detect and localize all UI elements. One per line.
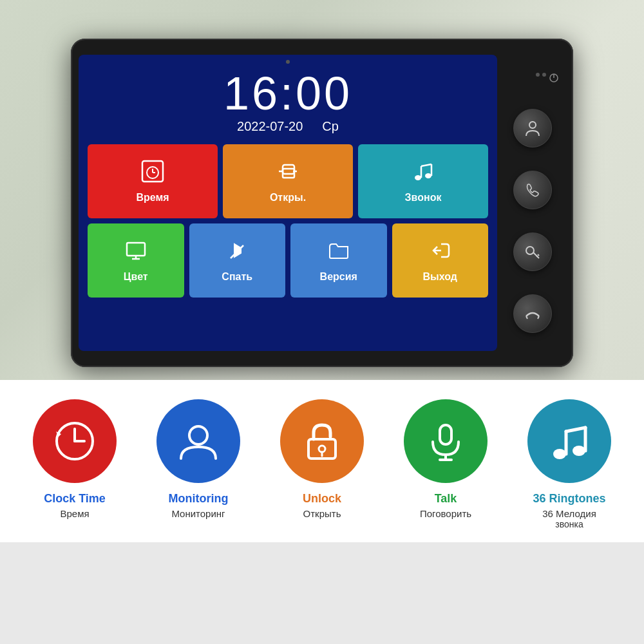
feature-clock-icon — [52, 419, 97, 464]
svg-line-24 — [536, 256, 538, 257]
feature-unlock-icon — [299, 419, 345, 464]
tile-unlock[interactable]: Откры. — [223, 144, 353, 218]
exit-icon — [428, 239, 451, 267]
svg-line-42 — [566, 428, 585, 431]
menu-grid-top: Время Откры. — [88, 144, 488, 218]
tile-time[interactable]: Время — [88, 144, 218, 218]
feature-ringtones-sub: 36 Мелодия — [542, 508, 596, 519]
tile-version-label: Версия — [320, 271, 357, 283]
tile-exit-label: Выход — [423, 271, 457, 283]
svg-point-8 — [415, 175, 421, 180]
tile-color-label: Цвет — [124, 271, 148, 283]
tile-time-label: Время — [136, 192, 169, 204]
tile-ringtone[interactable]: Звонок — [358, 144, 488, 218]
tile-sleep-label: Спать — [222, 271, 252, 283]
svg-line-27 — [538, 316, 539, 319]
hangup-icon — [524, 305, 542, 323]
feature-circle-talk — [404, 399, 488, 483]
tile-sleep[interactable]: Спать — [189, 223, 286, 298]
feature-monitoring: Monitoring Мониторинг — [140, 399, 256, 519]
svg-point-38 — [553, 449, 566, 459]
feature-circle-clock — [33, 399, 117, 483]
feature-talk: Talk Поговорить — [388, 399, 504, 519]
feature-talk-icon — [423, 419, 468, 464]
side-buttons — [497, 55, 568, 351]
feature-talk-title: Talk — [435, 492, 457, 506]
tile-exit[interactable]: Выход — [392, 223, 489, 298]
svg-line-26 — [526, 316, 527, 319]
feature-clock-title: Clock Time — [44, 492, 106, 506]
device-wrapper: 16:00 2022-07-20 Ср — [71, 39, 573, 367]
time-display: 16:00 — [223, 70, 352, 117]
svg-point-22 — [526, 247, 534, 254]
date-display: 2022-07-20 Ср — [237, 119, 339, 134]
screen: 16:00 2022-07-20 Ср — [79, 55, 497, 351]
folder-icon — [327, 239, 350, 267]
svg-line-25 — [538, 254, 539, 256]
svg-point-39 — [573, 446, 585, 456]
side-btn-call[interactable] — [513, 171, 552, 209]
svg-rect-35 — [440, 425, 451, 444]
feature-unlock: Unlock Открыть — [264, 399, 380, 519]
feature-talk-sub: Поговорить — [420, 508, 471, 519]
svg-line-12 — [421, 164, 431, 166]
feature-circle-monitoring — [156, 399, 240, 483]
feature-ringtones: 36 Ringtones 36 Мелодия звонка — [511, 399, 627, 529]
date-text: 2022-07-20 — [237, 119, 303, 134]
features-section: Clock Time Время Monitoring Мониторинг — [0, 380, 644, 542]
feature-ringtones-sub2: звонка — [555, 519, 583, 529]
day-text: Ср — [322, 119, 339, 134]
feature-ringtones-icon — [547, 419, 592, 464]
svg-point-31 — [189, 426, 207, 444]
feature-clock-sub: Время — [60, 508, 89, 519]
svg-point-21 — [529, 122, 536, 128]
clock-icon — [141, 160, 164, 188]
monitor-icon — [124, 239, 147, 267]
svg-point-9 — [425, 173, 431, 178]
tile-ringtone-label: Звонок — [405, 192, 442, 204]
power-dot — [536, 73, 540, 77]
key-side-icon — [524, 243, 542, 261]
power-indicator — [536, 73, 568, 83]
menu-grid-bottom: Цвет Спать — [88, 223, 488, 298]
feature-clock: Clock Time Время — [17, 399, 133, 519]
feature-unlock-sub: Открыть — [303, 508, 341, 519]
tile-color[interactable]: Цвет — [88, 223, 184, 298]
side-btn-hangup[interactable] — [513, 294, 552, 333]
device: 16:00 2022-07-20 Ср — [71, 39, 573, 367]
power-dot2 — [542, 73, 546, 77]
power-icon — [549, 73, 559, 83]
svg-rect-13 — [127, 243, 145, 256]
side-btn-key[interactable] — [513, 232, 552, 271]
screen-dot — [286, 60, 290, 64]
feature-unlock-title: Unlock — [303, 492, 341, 506]
key-icon — [276, 160, 299, 188]
side-btn-person[interactable] — [513, 109, 552, 147]
feature-circle-unlock — [280, 399, 364, 483]
tile-version[interactable]: Версия — [290, 223, 387, 298]
music-icon — [412, 160, 435, 188]
mute-icon — [225, 239, 249, 267]
feature-monitoring-title: Monitoring — [169, 492, 229, 506]
feature-ringtones-title: 36 Ringtones — [533, 492, 605, 506]
phone-icon — [524, 181, 542, 199]
person-icon — [524, 119, 542, 137]
feature-circle-ringtones — [527, 399, 611, 483]
tile-unlock-label: Откры. — [270, 192, 306, 204]
feature-monitoring-sub: Мониторинг — [171, 508, 225, 519]
feature-monitoring-icon — [176, 419, 221, 464]
